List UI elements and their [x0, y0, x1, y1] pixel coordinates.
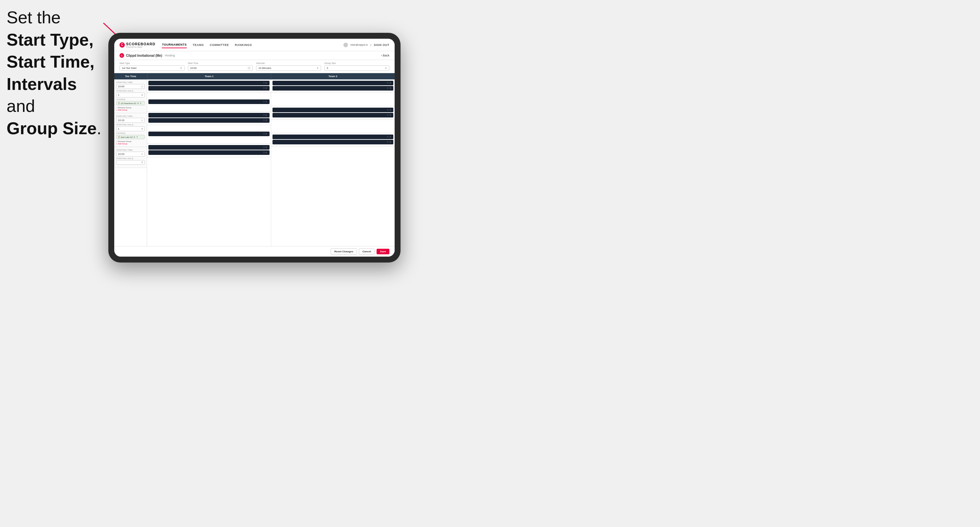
- sub-header: C Clippd Invitational (Me) Hosting ‹ Bac…: [114, 51, 395, 60]
- group-size-label: Group Size: [325, 62, 389, 64]
- player-row[interactable]: ✕ ⊕: [148, 132, 270, 136]
- team2-group2: ✕ ⊕ ✕ ⊕: [271, 106, 395, 120]
- course-tag-2: 🏌 East Lake GC ✕ ▼: [116, 135, 145, 139]
- course-name-1: (A) Peachtree GC: [121, 102, 137, 104]
- tournament-title: Clippd Invitational (Me): [126, 54, 162, 57]
- start-time-select[interactable]: 10:00 🕐: [188, 65, 253, 71]
- team2-group2-course: [271, 120, 395, 133]
- tab-tournaments[interactable]: TOURNAMENTS: [162, 42, 186, 48]
- intervals-group: Intervals 10 Minutes ▼: [256, 62, 321, 71]
- tablet-frame: C SCOREBOARD Powered by clippd TOURNAMEN…: [108, 33, 401, 262]
- save-button[interactable]: Save: [377, 249, 389, 254]
- col-tee-time: Tee Time: [114, 73, 147, 79]
- player-x-icon: ✕ ⊕: [387, 141, 391, 143]
- player-row[interactable]: ✕ ⊕: [148, 81, 270, 85]
- remove-group-2[interactable]: ○ Remove Group: [116, 140, 145, 143]
- player-row[interactable]: ✕ ⊕: [272, 113, 394, 117]
- team2-group3: ✕ ⊕ ✕ ⊕: [271, 133, 395, 147]
- cancel-button[interactable]: Cancel: [359, 248, 375, 255]
- hole-input-3[interactable]: ⬍: [116, 160, 145, 165]
- start-type-group: Start Type 1st Tee Start ▼: [119, 62, 185, 71]
- hole-label-1: STARTING HOLE:: [116, 90, 145, 92]
- player-x-icon: ✕ ⊕: [387, 87, 391, 90]
- start-type-value: 1st Tee Start: [122, 67, 137, 70]
- player-x-icon: ✕ ⊕: [263, 119, 267, 122]
- left-panel: STARTING TIME: 10:00 ⊙ STARTING HOLE: 1 …: [114, 79, 147, 246]
- add-group-1[interactable]: + Add Group: [116, 109, 145, 111]
- start-time-group: Start Time 10:00 🕐: [188, 62, 253, 71]
- player-row[interactable]: ✕ ⊕: [272, 140, 394, 144]
- footer: Reset Changes Cancel Save: [114, 246, 395, 257]
- intervals-select[interactable]: 10 Minutes ▼: [256, 65, 321, 71]
- nav-tabs: TOURNAMENTS TEAMS COMMITTEE RANKINGS: [162, 42, 343, 48]
- player-row[interactable]: ✕ ⊕: [272, 86, 394, 90]
- instruction-text: Set the Start Type, Start Time, Interval…: [6, 6, 102, 140]
- remove-group-1[interactable]: ○ Remove Group: [116, 106, 145, 109]
- user-email: blair@clippd.io: [351, 43, 368, 46]
- logo-icon: C: [119, 42, 125, 48]
- hole-label-3: STARTING HOLE:: [116, 157, 145, 159]
- spinner-icon-3: ⬍: [141, 161, 143, 164]
- tab-teams[interactable]: TEAMS: [193, 42, 204, 48]
- start-time-value: 10:00: [190, 67, 197, 70]
- starting-time-label-1: STARTING TIME:: [116, 81, 145, 83]
- player-row[interactable]: ✕ ⊕: [148, 150, 270, 155]
- nav-bar: C SCOREBOARD Powered by clippd TOURNAMEN…: [114, 39, 395, 51]
- course-label-2: COURSE:: [116, 132, 145, 134]
- tee-group-1: STARTING TIME: 10:00 ⊙ STARTING HOLE: 1 …: [114, 79, 147, 113]
- instruction-bold3: Intervals: [6, 75, 77, 94]
- starting-time-input-2[interactable]: 10:10 ⊙: [116, 118, 145, 123]
- course-icon-1: 🏌: [118, 102, 120, 104]
- chevron-down-icon-2: ▼: [317, 67, 319, 69]
- course-remove-x-2[interactable]: ✕: [134, 136, 135, 138]
- player-row[interactable]: ✕ ⊕: [148, 86, 270, 90]
- player-row[interactable]: ✕ ⊕: [148, 118, 270, 123]
- tab-rankings[interactable]: RANKINGS: [235, 42, 252, 48]
- clock-icon-3: ⊙: [141, 153, 143, 156]
- starting-time-input-1[interactable]: 10:00 ⊙: [116, 84, 145, 89]
- course-label-1: COURSE:: [116, 98, 145, 100]
- group-size-select[interactable]: 3 ▼: [325, 65, 389, 71]
- team1-col: ✕ ⊕ ✕ ⊕ ✕ ⊕: [147, 79, 271, 246]
- clock-icon-1: ⊙: [141, 85, 143, 88]
- intervals-label: Intervals: [256, 62, 321, 64]
- team2-col: ✕ ⊕ ✕ ⊕ ✕ ⊕: [271, 79, 395, 246]
- course-tag-1: 🏌 (A) Peachtree GC ✕ ▼: [116, 101, 145, 105]
- avatar: [344, 43, 348, 47]
- player-row[interactable]: ✕ ⊕: [272, 108, 394, 112]
- back-button[interactable]: ‹ Back: [381, 54, 389, 57]
- spinner-icon-1: ⬍: [141, 94, 143, 97]
- logo-text: SCOREBOARD: [126, 42, 155, 46]
- start-time-label: Start Time: [188, 62, 253, 64]
- col-team1: Team 1: [147, 73, 271, 79]
- team2-group1-course: [271, 93, 395, 106]
- player-row[interactable]: ✕ ⊕: [148, 145, 270, 150]
- hole-input-1[interactable]: 1 ⬍: [116, 92, 145, 97]
- team1-group2-course: ✕ ⊕: [147, 125, 271, 144]
- course-remove-x-1[interactable]: ✕: [137, 102, 139, 104]
- start-type-select[interactable]: 1st Tee Start ▼: [119, 65, 185, 71]
- course-chevron-1: ▼: [140, 102, 142, 104]
- starting-time-input-3[interactable]: 10:20 ⊙: [116, 152, 145, 157]
- hole-input-2[interactable]: 1 ⬍: [116, 126, 145, 131]
- logo: C SCOREBOARD Powered by clippd: [119, 42, 155, 48]
- player-x-icon: ✕ ⊕: [263, 82, 267, 84]
- tab-committee[interactable]: COMMITTEE: [210, 42, 229, 48]
- player-row[interactable]: ✕ ⊕: [148, 99, 270, 104]
- player-x-icon: ✕ ⊕: [263, 100, 267, 103]
- starting-time-label-3: STARTING TIME:: [116, 149, 145, 151]
- player-row[interactable]: ✕ ⊕: [148, 113, 270, 117]
- sub-logo: C: [119, 53, 124, 58]
- tee-group-2: STARTING TIME: 10:10 ⊙ STARTING HOLE: 1 …: [114, 113, 147, 147]
- reset-changes-button[interactable]: Reset Changes: [331, 248, 357, 255]
- hole-label-2: STARTING HOLE:: [116, 124, 145, 126]
- add-group-2[interactable]: + Add Group: [116, 143, 145, 145]
- player-row[interactable]: ✕ ⊕: [272, 135, 394, 139]
- player-row[interactable]: ✕ ⊕: [272, 81, 394, 85]
- col-team2: Team 2: [271, 73, 395, 79]
- player-x-icon: ✕ ⊕: [263, 114, 267, 116]
- sign-out-link[interactable]: Sign out: [374, 42, 389, 48]
- clock-icon: 🕐: [248, 67, 250, 70]
- group-size-value: 3: [327, 67, 328, 70]
- logo-sub: Powered by clippd: [126, 46, 155, 48]
